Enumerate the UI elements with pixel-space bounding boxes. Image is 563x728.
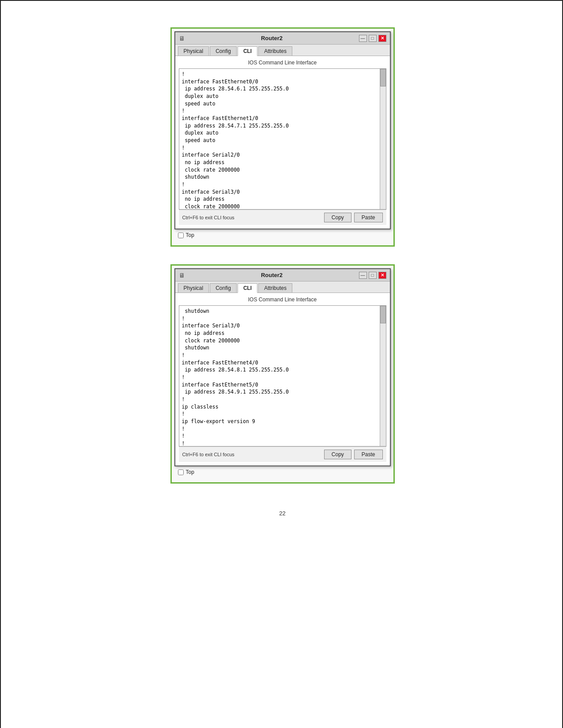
- tab-attributes-1[interactable]: Attributes: [258, 46, 292, 56]
- page-number: 22: [279, 510, 285, 517]
- close-button-1[interactable]: ✕: [378, 35, 386, 42]
- scrollbar-1[interactable]: [380, 69, 386, 209]
- copy-button-2[interactable]: Copy: [324, 450, 351, 459]
- minimize-button-1[interactable]: —: [359, 35, 367, 42]
- window-icon-1: 🖥: [179, 35, 185, 42]
- cli-title-1: IOS Command Line Interface: [179, 60, 386, 66]
- maximize-button-2[interactable]: □: [369, 272, 377, 279]
- tab-physical-2[interactable]: Physical: [178, 283, 209, 293]
- maximize-button-1[interactable]: □: [369, 35, 377, 42]
- tabs-bar-2: Physical Config CLI Attributes: [175, 281, 390, 293]
- router2-window-2: 🖥 Router2 — □ ✕ Physical Config CLI Attr…: [170, 264, 395, 484]
- copy-button-1[interactable]: Copy: [324, 213, 351, 222]
- cli-terminal-1[interactable]: ! interface FastEthernet0/0 ip address 2…: [179, 68, 386, 210]
- cli-bottom-1: Ctrl+F6 to exit CLI focus Copy Paste: [179, 210, 386, 225]
- close-button-2[interactable]: ✕: [378, 272, 386, 279]
- top-row-2: Top: [174, 466, 391, 478]
- minimize-button-2[interactable]: —: [359, 272, 367, 279]
- tabs-bar-1: Physical Config CLI Attributes: [175, 45, 390, 56]
- titlebar-2: 🖥 Router2 — □ ✕: [175, 269, 390, 281]
- tab-config-2[interactable]: Config: [210, 283, 237, 293]
- cli-bottom-2: Ctrl+F6 to exit CLI focus Copy Paste: [179, 447, 386, 462]
- router2-window-1: 🖥 Router2 — □ ✕ Physical Config CLI Attr…: [170, 27, 395, 247]
- top-row-1: Top: [174, 229, 391, 241]
- window-icon-2: 🖥: [179, 272, 185, 279]
- page: 🖥 Router2 — □ ✕ Physical Config CLI Attr…: [1, 1, 563, 728]
- tab-attributes-2[interactable]: Attributes: [258, 283, 292, 293]
- btn-row-1: Copy Paste: [324, 213, 383, 222]
- tab-cli-1[interactable]: CLI: [238, 46, 257, 56]
- cli-hint-1: Ctrl+F6 to exit CLI focus: [182, 215, 234, 220]
- window-content-2: IOS Command Line Interface shutdown ! in…: [175, 293, 390, 465]
- window-frame-1: 🖥 Router2 — □ ✕ Physical Config CLI Attr…: [174, 31, 391, 229]
- btn-row-2: Copy Paste: [324, 450, 383, 459]
- scrollbar-thumb-1[interactable]: [380, 69, 386, 86]
- window-frame-2: 🖥 Router2 — □ ✕ Physical Config CLI Attr…: [174, 268, 391, 466]
- scrollbar-thumb-2[interactable]: [380, 306, 386, 323]
- top-checkbox-2[interactable]: [178, 469, 184, 475]
- tab-cli-2[interactable]: CLI: [238, 283, 257, 293]
- top-checkbox-1[interactable]: [178, 233, 184, 238]
- scrollbar-2[interactable]: [380, 306, 386, 446]
- tab-physical-1[interactable]: Physical: [178, 46, 209, 56]
- cli-title-2: IOS Command Line Interface: [179, 296, 386, 303]
- tab-config-1[interactable]: Config: [210, 46, 237, 56]
- window-content-1: IOS Command Line Interface ! interface F…: [175, 56, 390, 229]
- paste-button-2[interactable]: Paste: [354, 450, 383, 459]
- cli-terminal-2[interactable]: shutdown ! interface Serial3/0 no ip add…: [179, 305, 386, 447]
- top-label-2: Top: [186, 469, 194, 475]
- window-title-1: Router2: [185, 35, 359, 41]
- cli-text-1: ! interface FastEthernet0/0 ip address 2…: [182, 71, 383, 210]
- window-controls-1: — □ ✕: [359, 35, 386, 42]
- cli-hint-2: Ctrl+F6 to exit CLI focus: [182, 452, 234, 457]
- titlebar-1: 🖥 Router2 — □ ✕: [175, 32, 390, 45]
- cli-text-2: shutdown ! interface Serial3/0 no ip add…: [182, 308, 383, 447]
- window-controls-2: — □ ✕: [359, 272, 386, 279]
- window-title-2: Router2: [185, 272, 359, 278]
- paste-button-1[interactable]: Paste: [354, 213, 383, 222]
- top-label-1: Top: [186, 232, 194, 238]
